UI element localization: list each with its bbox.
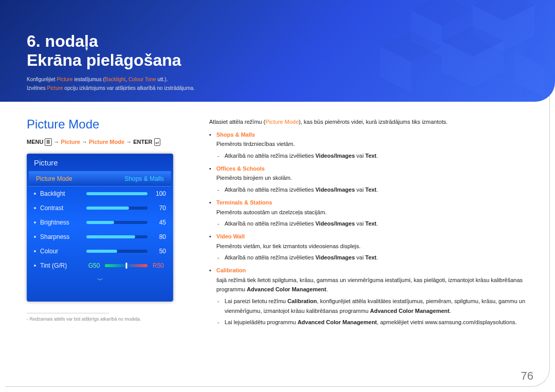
t: Atkarībā no attēla režīma izvēlieties [225,220,316,227]
bc-enter: ENTER [133,139,152,145]
bullet-icon [34,236,36,238]
osd-row-label: Contrast [40,204,86,212]
osd-row-label: Brightness [40,219,86,226]
t: vai [355,220,365,227]
osd-row-label: Sharpness [40,233,86,240]
osd-tint-g: G50 [86,262,102,269]
t: Picture Mode [265,119,299,125]
t: , apmeklējiet vietni www.samsung.com/dis… [377,319,517,325]
osd-row-label: Backlight [40,190,86,197]
osd-row-value: 80 [153,233,166,240]
t: Advanced Color Management [370,308,450,314]
t: Text [365,254,377,260]
bullet-icon [34,193,36,195]
t: Colour Tone [128,77,156,82]
osd-slider [86,235,147,238]
t: opciju izkārtojums var atšķirties atkarī… [63,85,195,91]
t: Calibration [287,298,317,304]
t: Piemērots autoostām un dzelzceļa stacijā… [209,208,528,217]
t: Atkarībā no attēla režīma izvēlieties [225,186,316,193]
svg-marker-6 [514,51,545,98]
bc-menu: MENU [27,139,43,145]
chapter-number: 6. nodaļa [27,32,98,50]
chevron-down-icon: ﹀ [27,273,173,290]
bullet-icon [34,265,36,267]
t: utt.). [156,77,168,82]
t: Atlasiet attēla režīmu ( [209,119,265,125]
bc-p2: Picture Mode [89,139,124,145]
mode-videowall: Video Wall [216,233,245,239]
bullet-icon [34,250,36,252]
t: Text [365,153,377,159]
t: Lai pareizi lietotu režīmu [225,298,287,304]
t: vai [355,254,365,260]
footnote-text: Redzamais attēls var būt atšķirīgs atkar… [30,316,141,322]
t: Piemērots vietām, kur tiek izmantots vid… [209,241,528,251]
t: Videos/Images [316,186,355,193]
menu-icon: Ⅲ [45,138,52,146]
osd-tint-row: Tint (G/R) G50 R50 [27,258,173,273]
osd-slider-row: Contrast70 [27,201,173,215]
t: vai [355,186,365,193]
t: Izvēlnes [27,85,47,91]
mode-terminals: Terminals & Stations [216,199,272,206]
mode-shops: Shops & Malls [216,132,255,138]
osd-selected-row: Picture Mode Shops & Malls [29,171,171,186]
t: Atkarībā no attēla režīma izvēlieties [225,153,316,159]
t: Lai lejupielādētu programmu [225,319,298,325]
description-column: Atlasiet attēla režīmu (Picture Mode), k… [209,117,528,329]
t: Atkarībā no attēla režīma izvēlieties [225,254,316,260]
t: Text [365,220,377,227]
osd-slider [86,221,147,224]
osd-slider-row: Colour50 [27,244,173,258]
section-heading: Picture Mode [27,117,173,132]
chapter-title: Ekrāna pielāgošana [27,51,181,69]
osd-tint-slider [105,264,147,267]
osd-slider [86,207,147,210]
osd-row-value: 45 [153,219,166,226]
osd-row-value: 70 [153,204,166,212]
osd-screenshot: Picture Picture Mode Shops & Malls Backl… [27,154,173,302]
footnote-divider [27,313,109,313]
t: ), kas būs piemērots videi, kurā izstrād… [299,119,448,125]
t: Picture [47,85,63,91]
enter-icon: ↵ [154,138,161,146]
osd-slider-row: Sharpness80 [27,230,173,244]
t: Advanced Color Management [298,319,377,325]
bullet-icon [34,221,36,223]
osd-title: Picture [27,154,173,171]
footnote: - Redzamais attēls var būt atšķirīgs atk… [27,316,173,322]
bc-p1: Picture [61,139,80,145]
t: Piemērots tirdzniecības vietām. [209,139,528,149]
t: Konfigurējiet [27,77,57,82]
osd-mode-label: Picture Mode [36,175,72,182]
t: Videos/Images [316,220,355,227]
mode-offices: Offices & Schools [216,165,265,172]
osd-tint-r: R50 [151,262,166,269]
chapter-banner: 6. nodaļa Ekrāna pielāgošana Konfigurēji… [0,0,555,102]
t: Videos/Images [316,254,355,260]
osd-tint-label: Tint (G/R) [40,262,86,269]
osd-row-value: 100 [153,190,166,197]
osd-row-label: Colour [40,248,86,255]
t: Picture [57,77,72,82]
t: Videos/Images [316,153,355,159]
t: Text [365,186,377,193]
t: Backlight [105,77,126,82]
t: Advanced Color Management [247,286,326,292]
mode-calibration: Calibration [216,267,246,273]
banner-subtext: Konfigurējiet Picture iestatījumus (Back… [27,75,195,93]
page-number: 76 [521,369,533,383]
t: Piemērots birojiem un skolām. [209,173,528,183]
osd-slider-row: Brightness45 [27,215,173,230]
menu-breadcrumb: MENU Ⅲ → Picture → Picture Mode → ENTER … [27,139,173,145]
osd-row-value: 50 [153,248,166,255]
osd-slider [86,192,147,195]
osd-slider-row: Backlight100 [27,186,173,201]
osd-mode-value: Shops & Malls [124,175,164,182]
t: iestatījumus ( [73,77,105,82]
bullet-icon [34,207,36,209]
osd-slider [86,250,147,253]
t: vai [355,153,365,159]
